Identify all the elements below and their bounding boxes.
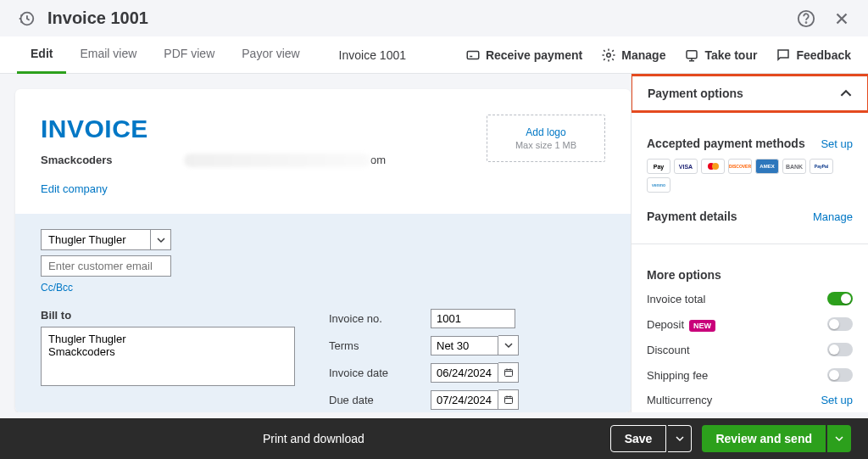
page-title: Invoice 1001 [47,8,797,28]
payment-icon [465,48,481,63]
bill-to-label: Bill to [41,309,295,322]
company-name: Smackcoders [41,154,113,166]
payment-details-manage-link[interactable]: Manage [813,210,853,223]
manage-button[interactable]: Manage [601,48,665,63]
add-logo-dropzone[interactable]: Add logo Max size 1 MB [487,115,605,162]
payment-options-toggle[interactable]: Payment options [648,87,852,100]
review-send-button[interactable]: Review and send [702,425,826,452]
tab-pdf-view[interactable]: PDF view [150,36,228,74]
payment-details-label: Payment details [647,210,737,223]
chevron-down-icon [504,341,513,350]
payment-method-icons: Pay VISA DISCOVER AMEX BANK PayPal venmo [647,159,853,193]
tabbar: Edit Email view PDF view Payor view Invo… [0,36,868,74]
svg-rect-7 [504,397,512,404]
visa-icon: VISA [674,159,698,174]
due-date-label: Due date [329,394,431,406]
shipping-fee-toggle[interactable] [827,368,853,382]
close-icon[interactable] [832,9,851,28]
tab-edit[interactable]: Edit [17,36,66,74]
edit-company-link[interactable]: Edit company [41,182,386,195]
invoice-total-label: Invoice total [647,293,705,305]
customer-select[interactable] [41,229,151,250]
invoice-editor: INVOICE Smackcoders om Edit company Add … [15,89,631,412]
discount-label: Discount [647,344,690,356]
add-logo-label: Add logo [526,126,565,138]
help-icon[interactable] [797,9,815,28]
due-date-input[interactable] [431,390,498,410]
accepted-methods-setup-link[interactable]: Set up [821,137,853,150]
multicurrency-setup-link[interactable]: Set up [821,394,853,406]
amex-icon: AMEX [755,159,779,174]
bill-to-textarea[interactable]: Thugler Thugler Smackcoders [41,327,295,386]
tour-icon [684,48,699,63]
due-date-picker[interactable] [498,389,519,410]
calendar-icon [504,367,514,378]
chevron-down-icon [835,434,843,443]
header: Invoice 1001 [0,0,868,36]
company-email-blurred [184,154,370,167]
paypal-icon: PayPal [810,159,833,174]
tab-payor-view[interactable]: Payor view [228,36,313,74]
side-panel: Payment options Accepted payment methods… [631,74,868,412]
more-options-label: More options [647,268,853,282]
venmo-icon: venmo [647,177,670,193]
discover-icon: DISCOVER [728,159,752,174]
review-send-dropdown[interactable] [827,425,851,452]
gear-icon [601,48,616,63]
save-dropdown[interactable] [668,425,692,452]
tab-center-title: Invoice 1001 [339,48,406,62]
svg-rect-5 [687,50,697,58]
save-button[interactable]: Save [610,425,667,452]
payment-options-label: Payment options [648,87,743,100]
calendar-icon [504,395,514,405]
shipping-fee-label: Shipping fee [647,369,708,382]
print-download-button[interactable]: Print and download [17,432,610,445]
mastercard-icon [701,159,725,174]
svg-rect-6 [504,370,512,377]
invoice-date-picker[interactable] [498,362,519,383]
discount-toggle[interactable] [827,343,853,356]
invoice-date-label: Invoice date [329,367,431,379]
terms-dropdown[interactable] [498,335,519,355]
bank-icon: BANK [782,159,806,174]
footer: Print and download Save Review and send [0,418,868,459]
deposit-label: DepositNEW [647,318,715,331]
chevron-down-icon [157,236,165,244]
company-email-suffix: om [370,154,386,166]
feedback-icon [776,48,791,63]
history-icon[interactable] [17,9,36,28]
svg-rect-3 [467,51,479,59]
payment-options-header-highlight: Payment options [631,74,868,113]
new-badge: NEW [689,320,715,332]
take-tour-button[interactable]: Take tour [684,48,757,63]
svg-point-2 [806,22,807,23]
invoice-no-label: Invoice no. [329,312,431,325]
feedback-button[interactable]: Feedback [776,48,851,63]
chevron-up-icon [840,87,852,99]
invoice-heading: INVOICE [41,115,386,143]
deposit-toggle[interactable] [827,317,853,331]
chevron-down-icon [676,434,684,443]
customer-dropdown[interactable] [151,229,171,250]
svg-point-4 [607,53,611,57]
multicurrency-label: Multicurrency [647,394,712,406]
add-logo-hint: Max size 1 MB [515,140,576,150]
tab-email-view[interactable]: Email view [66,36,150,74]
accepted-methods-label: Accepted payment methods [647,137,805,150]
terms-label: Terms [329,339,431,352]
applepay-icon: Pay [647,159,670,174]
invoice-total-toggle[interactable] [827,292,853,305]
cc-bcc-link[interactable]: Cc/Bcc [41,282,605,294]
customer-email-input[interactable] [41,255,171,277]
receive-payment-button[interactable]: Receive payment [465,48,582,63]
invoice-date-input[interactable] [431,363,498,383]
invoice-no-input[interactable] [431,309,515,328]
terms-input[interactable] [431,336,498,355]
